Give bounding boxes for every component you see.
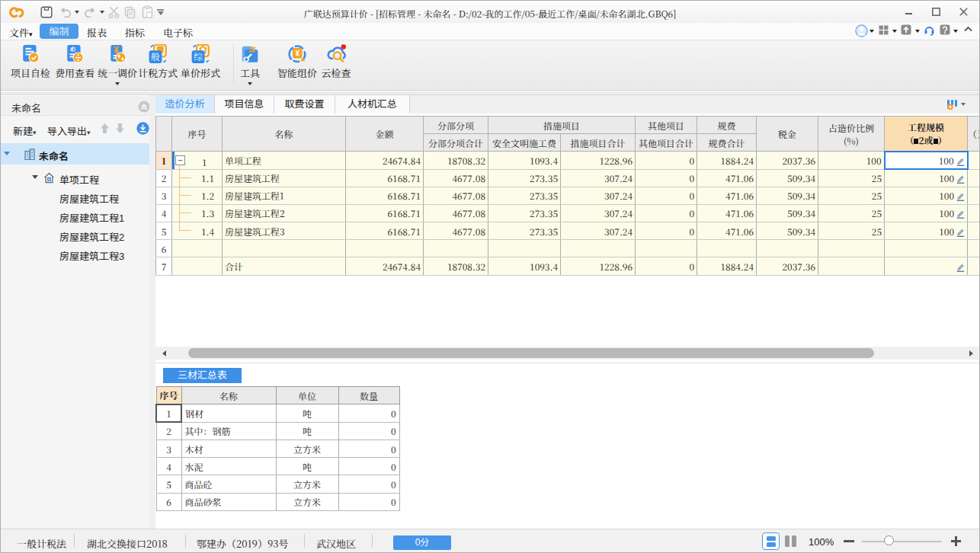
svg-text:综: 综 (194, 50, 203, 62)
svg-text:般: 般 (151, 50, 160, 62)
